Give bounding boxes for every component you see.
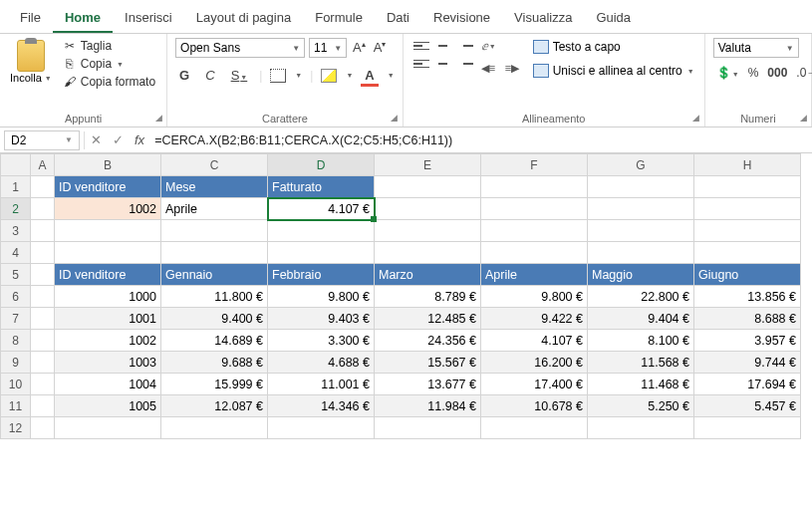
cell-E8[interactable]: 24.356 € <box>375 330 481 352</box>
chevron-down-icon[interactable]: ▼ <box>117 61 124 68</box>
row-header-4[interactable]: 4 <box>1 242 31 264</box>
cell-F5[interactable]: Aprile <box>481 264 588 286</box>
row-header-3[interactable]: 3 <box>1 220 31 242</box>
col-header-F[interactable]: F <box>481 154 588 176</box>
tab-inserisci[interactable]: Inserisci <box>113 4 184 33</box>
align-center-button[interactable] <box>433 56 453 72</box>
percent-button[interactable]: % <box>745 64 762 82</box>
font-color-button[interactable]: A <box>361 66 378 85</box>
font-name-select[interactable]: Open Sans▼ <box>175 38 305 58</box>
cell-G5[interactable]: Maggio <box>588 264 694 286</box>
decrease-font-button[interactable]: A▾ <box>372 40 389 55</box>
cell-H4[interactable] <box>694 242 801 264</box>
cell-B2[interactable]: 1002 <box>55 198 161 220</box>
cell-B7[interactable]: 1001 <box>55 308 161 330</box>
cancel-formula-button[interactable]: ✕ <box>85 132 107 147</box>
cell-D3[interactable] <box>268 220 375 242</box>
cell-G8[interactable]: 8.100 € <box>588 330 694 352</box>
cell-B5[interactable]: ID venditore <box>55 264 161 286</box>
cut-button[interactable]: ✂Taglia <box>60 38 158 54</box>
cell-F2[interactable] <box>481 198 588 220</box>
cell-D11[interactable]: 14.346 € <box>268 395 375 417</box>
orientation-button[interactable]: ⅇ▼ <box>481 38 501 54</box>
cell-F9[interactable]: 16.200 € <box>481 352 588 374</box>
cell-A10[interactable] <box>31 374 55 395</box>
cell-C2[interactable]: Aprile <box>161 198 268 220</box>
cell-E6[interactable]: 8.789 € <box>375 286 481 308</box>
cell-G12[interactable] <box>588 417 694 439</box>
cell-F11[interactable]: 10.678 € <box>481 395 588 417</box>
cell-H11[interactable]: 5.457 € <box>694 395 801 417</box>
align-bottom-button[interactable] <box>455 38 475 54</box>
cell-F8[interactable]: 4.107 € <box>481 330 588 352</box>
col-header-H[interactable]: H <box>694 154 801 176</box>
cell-B3[interactable] <box>55 220 161 242</box>
tab-guida[interactable]: Guida <box>584 4 643 33</box>
chevron-down-icon[interactable]: ▼ <box>346 72 353 79</box>
cell-G6[interactable]: 22.800 € <box>588 286 694 308</box>
cell-G2[interactable] <box>588 198 694 220</box>
cell-E4[interactable] <box>375 242 481 264</box>
cell-G7[interactable]: 9.404 € <box>588 308 694 330</box>
cell-C1[interactable]: Mese <box>161 176 268 198</box>
cell-E12[interactable] <box>375 417 481 439</box>
cell-C10[interactable]: 15.999 € <box>161 374 268 395</box>
tab-dati[interactable]: Dati <box>375 4 421 33</box>
cell-D12[interactable] <box>268 417 375 439</box>
cell-C6[interactable]: 11.800 € <box>161 286 268 308</box>
col-header-G[interactable]: G <box>588 154 694 176</box>
accounting-format-button[interactable]: 💲▼ <box>713 64 742 82</box>
cell-D7[interactable]: 9.403 € <box>268 308 375 330</box>
cell-H6[interactable]: 13.856 € <box>694 286 801 308</box>
cell-B8[interactable]: 1002 <box>55 330 161 352</box>
cell-A9[interactable] <box>31 352 55 374</box>
cell-C9[interactable]: 9.688 € <box>161 352 268 374</box>
tab-revisione[interactable]: Revisione <box>421 4 502 33</box>
cell-F3[interactable] <box>481 220 588 242</box>
cell-G3[interactable] <box>588 220 694 242</box>
cell-E7[interactable]: 12.485 € <box>375 308 481 330</box>
cell-C3[interactable] <box>161 220 268 242</box>
formula-input[interactable]: =CERCA.X(B2;B6:B11;CERCA.X(C2;C5:H5;C6:H… <box>150 131 812 149</box>
chevron-down-icon[interactable]: ▼ <box>240 74 247 81</box>
wrap-text-button[interactable]: Testo a capo <box>531 38 696 56</box>
cell-C4[interactable] <box>161 242 268 264</box>
col-header-D[interactable]: D <box>268 154 375 176</box>
increase-indent-button[interactable]: ≡▶ <box>505 60 525 76</box>
borders-button[interactable] <box>270 69 286 83</box>
cell-A7[interactable] <box>31 308 55 330</box>
merge-center-button[interactable]: Unisci e allinea al centro▼ <box>531 62 696 80</box>
cell-H12[interactable] <box>694 417 801 439</box>
cell-H8[interactable]: 3.957 € <box>694 330 801 352</box>
cell-A4[interactable] <box>31 242 55 264</box>
cell-G10[interactable]: 11.468 € <box>588 374 694 395</box>
fx-icon[interactable]: fx <box>129 132 150 147</box>
chevron-down-icon[interactable]: ▼ <box>687 68 694 75</box>
chevron-down-icon[interactable]: ▼ <box>295 72 302 79</box>
cell-E9[interactable]: 15.567 € <box>375 352 481 374</box>
cell-F4[interactable] <box>481 242 588 264</box>
align-left-button[interactable] <box>411 56 431 72</box>
cell-G11[interactable]: 5.250 € <box>588 395 694 417</box>
cell-D4[interactable] <box>268 242 375 264</box>
decrease-indent-button[interactable]: ◀≡ <box>481 60 501 76</box>
cell-F7[interactable]: 9.422 € <box>481 308 588 330</box>
font-size-select[interactable]: 11▼ <box>309 38 347 58</box>
align-top-button[interactable] <box>411 38 431 54</box>
fill-color-button[interactable] <box>321 69 337 83</box>
cell-E3[interactable] <box>375 220 481 242</box>
comma-button[interactable]: 000 <box>764 64 790 82</box>
copy-button[interactable]: ⎘Copia▼ <box>60 56 158 72</box>
paste-button[interactable]: Incolla▼ <box>8 38 54 86</box>
cell-E1[interactable] <box>375 176 481 198</box>
cell-C5[interactable]: Gennaio <box>161 264 268 286</box>
format-painter-button[interactable]: 🖌Copia formato <box>60 74 158 90</box>
tab-visualizza[interactable]: Visualizza <box>502 4 584 33</box>
italic-button[interactable]: C <box>201 66 218 85</box>
row-header-12[interactable]: 12 <box>1 417 31 439</box>
cell-F10[interactable]: 17.400 € <box>481 374 588 395</box>
chevron-down-icon[interactable]: ▼ <box>388 72 395 79</box>
cell-G9[interactable]: 11.568 € <box>588 352 694 374</box>
dialog-launcher-icon[interactable]: ◢ <box>797 113 809 125</box>
cell-H3[interactable] <box>694 220 801 242</box>
